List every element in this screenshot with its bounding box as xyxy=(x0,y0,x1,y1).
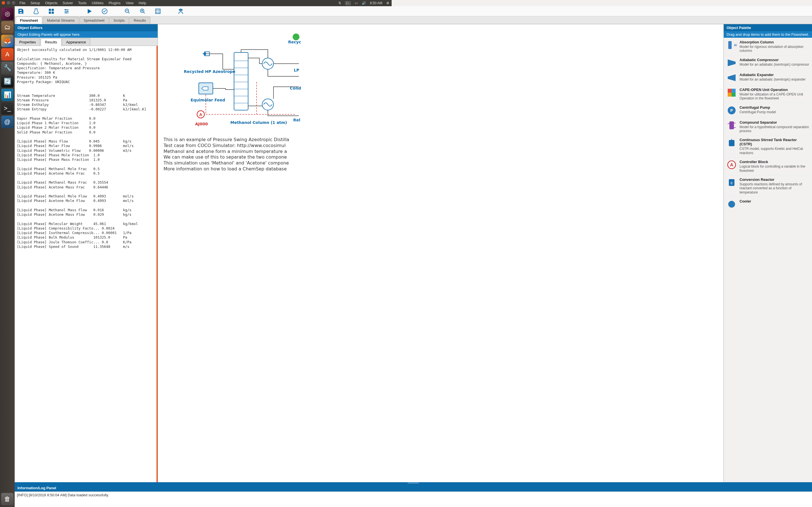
zoom-in-button[interactable] xyxy=(139,7,147,15)
unity-dock: ◎ 🗂 🦊 A 🔧 🔄 📊 >_ @ 🗑 xyxy=(0,6,15,244)
object-editors-panel: Object Editors Object Editing Panels wil… xyxy=(15,24,158,244)
menu-utilities[interactable]: Utilities xyxy=(89,0,106,6)
svg-rect-13 xyxy=(234,52,248,110)
svg-rect-10 xyxy=(156,9,160,13)
dock-remmina-icon[interactable]: @ xyxy=(1,116,13,128)
app-menubar: File Setup Objects Solver Tools Utilitie… xyxy=(0,0,392,6)
dock-settings-icon[interactable]: 🔧 xyxy=(1,62,13,74)
dock-dwsim-icon[interactable]: 📊 xyxy=(1,89,13,101)
menu-plugins[interactable]: Plugins xyxy=(106,0,123,6)
app-area: Flowsheet Material Streams Spreadsheet S… xyxy=(15,6,392,244)
canvas-description: This is an example of Pressure Swing Aze… xyxy=(163,137,392,172)
flowsheet-diagram: A xyxy=(158,24,392,244)
zoom-fit-button[interactable] xyxy=(154,7,162,15)
sub-tab-properties[interactable]: Properties xyxy=(15,38,40,46)
window-controls xyxy=(2,1,15,4)
label-recycle: Recyc xyxy=(288,40,301,44)
window-minimize-button[interactable] xyxy=(7,1,10,4)
menu-solver[interactable]: Solver xyxy=(60,0,75,6)
battery-icon[interactable]: ▭ xyxy=(355,1,358,5)
label-methanol-column: Methanol Column (1 atm) xyxy=(231,120,287,125)
sub-tab-results[interactable]: Results xyxy=(41,38,61,46)
settings-button[interactable] xyxy=(63,7,70,15)
window-close-button[interactable] xyxy=(2,1,5,4)
svg-text:A: A xyxy=(199,112,202,117)
svg-rect-2 xyxy=(49,11,51,13)
menu-objects[interactable]: Objects xyxy=(43,0,60,6)
menu-tools[interactable]: Tools xyxy=(75,0,89,6)
label-equimolar: Equimolar Feed xyxy=(191,98,225,102)
flowsheet-canvas[interactable]: A Recycled HP Azeotrope Equimolar Feed A… xyxy=(158,24,392,244)
menubar-indicators: ⇅ En ▭ 🔊 8:50 AM ⚙ xyxy=(338,1,392,5)
language-indicator[interactable]: En xyxy=(345,1,351,5)
tab-spreadsheet[interactable]: Spreadsheet xyxy=(80,17,109,24)
inspector-button[interactable] xyxy=(177,7,185,15)
tab-material-streams[interactable]: Material Streams xyxy=(43,17,79,24)
svg-rect-3 xyxy=(52,11,54,13)
dock-dash-icon[interactable]: ◎ xyxy=(1,8,13,20)
sub-tab-appearance[interactable]: Appearance xyxy=(62,38,90,46)
menu-file[interactable]: File xyxy=(17,0,28,6)
object-editors-title: Object Editors xyxy=(15,24,158,31)
toolbar xyxy=(15,6,392,16)
check-button[interactable] xyxy=(101,7,109,15)
save-button[interactable] xyxy=(17,7,25,15)
basis-button[interactable] xyxy=(47,7,55,15)
volume-icon[interactable]: 🔊 xyxy=(362,1,366,5)
object-editors-subtitle: Object Editing Panels will appear here. xyxy=(15,31,158,38)
dock-updater-icon[interactable]: 🔄 xyxy=(1,75,13,88)
dock-files-icon[interactable]: 🗂 xyxy=(1,21,13,34)
compounds-button[interactable] xyxy=(32,7,40,15)
dock-firefox-icon[interactable]: 🦊 xyxy=(1,35,13,47)
label-lp: LP xyxy=(294,68,299,72)
tab-results[interactable]: Results xyxy=(130,17,150,24)
svg-point-6 xyxy=(65,12,66,13)
solve-button[interactable] xyxy=(86,7,93,15)
dock-terminal-icon[interactable]: >_ xyxy=(1,102,13,115)
window-maximize-button[interactable] xyxy=(12,1,15,4)
label-aj000: AJ000 xyxy=(195,122,208,126)
label-cond: Cond xyxy=(290,86,301,91)
svg-point-32 xyxy=(293,34,299,40)
svg-point-5 xyxy=(67,11,68,12)
svg-point-4 xyxy=(65,9,66,10)
zoom-out-button[interactable] xyxy=(123,7,132,15)
label-rel: Rel xyxy=(293,118,300,122)
gear-icon[interactable]: ⚙ xyxy=(386,1,389,5)
svg-rect-1 xyxy=(52,9,54,10)
menu-help[interactable]: Help xyxy=(136,0,149,6)
dock-software-icon[interactable]: A xyxy=(1,48,13,61)
label-recycled: Recycled HP Azeotrope xyxy=(184,69,236,74)
tab-scripts[interactable]: Scripts xyxy=(109,17,129,24)
svg-rect-0 xyxy=(49,9,51,10)
tab-strip: Flowsheet Material Streams Spreadsheet S… xyxy=(15,16,392,24)
tab-flowsheet[interactable]: Flowsheet xyxy=(16,17,42,24)
network-icon[interactable]: ⇅ xyxy=(338,1,341,5)
results-textarea[interactable]: Object successfully calculated on 1/1/00… xyxy=(15,46,158,244)
editor-sub-tabs: Properties Results Appearance xyxy=(15,38,158,46)
menu-view[interactable]: View xyxy=(123,0,136,6)
clock[interactable]: 8:50 AM xyxy=(370,1,382,5)
menu-setup[interactable]: Setup xyxy=(28,0,43,6)
main-content: Object Editors Object Editing Panels wil… xyxy=(15,24,392,244)
